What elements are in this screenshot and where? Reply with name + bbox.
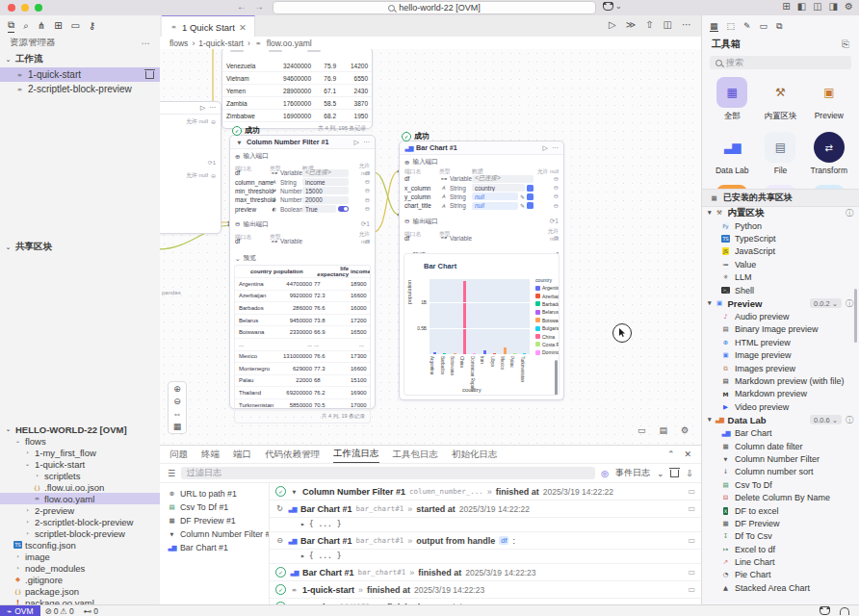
toolbox-search-input[interactable]: 搜索 xyxy=(710,56,851,69)
tree-root[interactable]: HELLO-WORLD-22 [OVM] xyxy=(0,424,160,435)
port-value-field[interactable]: null xyxy=(472,202,518,210)
block-item[interactable]: Binary Image preview xyxy=(702,323,859,336)
edit-icon[interactable]: ✎ xyxy=(520,193,525,200)
port-value-field[interactable]: <已连接> xyxy=(472,175,534,183)
null-toggle-icon[interactable]: ⊖ xyxy=(365,205,370,213)
more-actions-icon[interactable]: ⋯ xyxy=(209,104,216,112)
minimize-window-button[interactable] xyxy=(21,4,29,12)
null-toggle-icon[interactable]: ⊖ xyxy=(554,202,559,210)
port-value-field[interactable]: null xyxy=(472,192,518,200)
section-workflows[interactable]: 工作流 xyxy=(0,51,160,67)
block-item[interactable]: Video preview xyxy=(702,400,859,413)
null-toggle-icon[interactable]: ⊖ xyxy=(554,175,559,183)
trash-icon[interactable] xyxy=(145,71,154,79)
workflow-item[interactable]: 2-scriptlet-block-preview xyxy=(0,82,160,96)
tree-item[interactable]: .flow.ui.oo.json xyxy=(0,481,160,493)
block-group-header[interactable]: ▾ 内置区块 ⓘ xyxy=(702,206,859,219)
folder-icon[interactable]: ▭ xyxy=(71,20,80,32)
null-toggle-icon[interactable]: ⊖ xyxy=(554,234,559,242)
comment-icon[interactable]: ▭ xyxy=(688,487,695,496)
panel-tab[interactable]: 初始化日志 xyxy=(452,449,498,461)
panel-tab[interactable]: 终端 xyxy=(201,449,220,461)
panel-tab[interactable]: 端口 xyxy=(233,449,251,461)
keys-icon[interactable]: ⚷ xyxy=(89,20,95,32)
block-item[interactable]: Stacked Area Chart xyxy=(702,581,859,594)
search-icon[interactable]: ⌕ xyxy=(23,20,29,33)
block-item[interactable]: LLM xyxy=(702,271,859,284)
node-header[interactable]: Bar Chart #1 ▷⋯ xyxy=(400,141,563,155)
explorer-icon[interactable]: ⧉ xyxy=(8,19,14,33)
copilot-status-icon[interactable] xyxy=(820,606,830,615)
remote-indicator[interactable]: ⌁ OVM xyxy=(0,605,40,616)
version-dropdown[interactable]: 0.0.2⌄ xyxy=(810,298,842,308)
comment-icon[interactable]: ▭ xyxy=(688,568,695,577)
block-item[interactable]: TypeScript xyxy=(702,232,859,244)
command-center-search[interactable]: hello-world-22 [OVM] xyxy=(273,1,596,14)
panel-tab[interactable]: 代码依赖管理 xyxy=(265,449,320,461)
toolbox-category-card[interactable]: 全部 xyxy=(708,77,756,122)
block-item[interactable]: Pie Chart xyxy=(702,569,859,581)
port-value-field[interactable]: <已连接> xyxy=(302,169,349,177)
panel-tab[interactable]: 工具包日志 xyxy=(393,449,439,461)
breadcrumb-file[interactable]: flow.oo.yaml xyxy=(267,38,312,48)
comment-icon[interactable]: ▭ xyxy=(688,504,695,513)
null-toggle-icon[interactable]: ⊖ xyxy=(554,184,559,192)
edit-icon[interactable]: ✎ xyxy=(520,202,525,209)
panel-right-icon[interactable]: ◨ xyxy=(829,1,838,12)
toolbox-category-card[interactable]: Preview xyxy=(805,77,853,122)
info-icon[interactable]: ⓘ xyxy=(846,298,853,309)
block-item[interactable]: JavaScript xyxy=(702,245,859,258)
null-toggle-icon[interactable]: ⊖ xyxy=(365,187,370,194)
workflow-item[interactable]: 1-quick-start xyxy=(0,67,160,82)
null-toggle-icon[interactable]: ⊖ xyxy=(554,192,559,200)
open-in-editor-icon[interactable]: ⎘ xyxy=(842,38,849,50)
log-node-item[interactable]: Bar Chart #1 xyxy=(160,541,269,554)
block-item[interactable]: Column Number Filter xyxy=(702,452,859,465)
panel-left-icon[interactable]: ◧ xyxy=(797,1,806,12)
more-actions-icon[interactable]: ⋯ xyxy=(363,139,370,146)
clear-logs-icon[interactable] xyxy=(670,470,679,477)
log-node-item[interactable]: URL to path #1 xyxy=(160,487,269,500)
toolbox-category-card[interactable]: Transform xyxy=(805,132,853,175)
null-toggle-icon[interactable]: ⊖ xyxy=(365,196,370,204)
preview-scrollbar[interactable] xyxy=(555,360,558,396)
collapse-panel-icon[interactable]: ⌃ xyxy=(667,449,675,459)
tree-item[interactable]: 2-scriptlet-block-preview xyxy=(0,516,160,527)
extensions-icon[interactable]: ⊞ xyxy=(54,20,62,32)
log-expand-row[interactable]: ▸ { ... } xyxy=(270,550,701,564)
block-item[interactable]: Shell xyxy=(702,284,859,296)
block-item[interactable]: Image preview xyxy=(702,349,859,362)
more-actions-icon[interactable]: ⋯ xyxy=(682,19,691,30)
block-item[interactable]: Python xyxy=(702,219,859,232)
toolbox-category-card[interactable]: Data Lab xyxy=(708,132,756,175)
run-all-icon[interactable]: ≫ xyxy=(626,19,636,30)
comment-icon[interactable]: ▭ xyxy=(638,425,646,435)
port-value-field[interactable]: True xyxy=(302,205,336,213)
block-item[interactable]: Images preview xyxy=(702,362,859,374)
tree-item[interactable]: node_modules xyxy=(0,562,160,574)
problems-status[interactable]: ⊘0 ⚠0 xyxy=(40,606,79,616)
breadcrumb-item[interactable]: 1-quick-start xyxy=(198,38,244,48)
tree-item[interactable]: scriptlets xyxy=(0,470,160,481)
edit-icon[interactable]: ✎ xyxy=(743,21,751,31)
log-row[interactable]: 1-quick-start » finished at 2025/3/19 14… xyxy=(270,581,701,599)
bound-value-icon[interactable] xyxy=(527,185,534,192)
tree-item[interactable]: 1-my_first_flow xyxy=(0,447,160,458)
box-icon[interactable]: ⬚ xyxy=(727,21,736,31)
tree-item[interactable]: 1-quick-start xyxy=(0,458,160,470)
block-item[interactable]: Df To Csv xyxy=(702,530,859,543)
node-header[interactable]: Column Number Filter #1 ▷⋯ xyxy=(230,136,375,149)
tree-item[interactable]: 2-preview xyxy=(0,504,160,516)
flow-canvas[interactable]: Venezuela32400000 75.914200 Vietnam94600… xyxy=(160,49,701,445)
comment-icon[interactable]: ▭ xyxy=(688,536,695,545)
block-item[interactable]: Column number sort xyxy=(702,466,859,478)
comment-icon[interactable]: ▭ xyxy=(688,585,695,594)
log-row[interactable]: Bar Chart #1 bar_chart#1 » started at 20… xyxy=(270,500,701,518)
blocks-icon[interactable]: ▦ xyxy=(710,21,718,32)
minimap-icon[interactable]: ▤ xyxy=(660,425,668,435)
log-node-item[interactable]: Csv To Df #1 xyxy=(160,500,269,514)
close-window-button[interactable] xyxy=(8,4,15,12)
tree-item[interactable]: scriptlet-block-preview xyxy=(0,527,160,539)
tree-item[interactable]: image xyxy=(0,551,160,562)
port-value-field[interactable]: income xyxy=(302,178,349,186)
